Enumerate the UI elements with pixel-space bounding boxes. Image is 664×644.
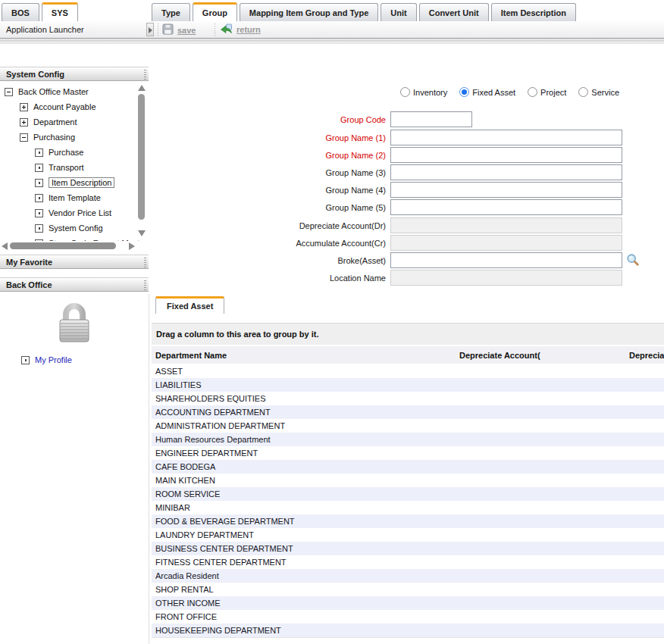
sidebar-panel-header-my-favorite[interactable]: My Favorite (0, 255, 149, 269)
table-row[interactable]: ACCOUNTING DEPARTMENT (152, 405, 664, 419)
tree-item-label: Item Template (49, 193, 101, 202)
collapse-icon[interactable] (5, 88, 13, 96)
scroll-right-icon[interactable] (129, 242, 135, 250)
tree-item-item-template[interactable]: Item Template (35, 191, 101, 205)
toolbar-lower-strip (0, 39, 664, 44)
form-row-group-name-1: Group Name (1) (152, 130, 664, 145)
table-row[interactable]: FITNESS CENTER DEPARTMENT (152, 555, 664, 569)
tab-sys[interactable]: SYS (42, 2, 78, 21)
expand-icon[interactable] (20, 103, 28, 111)
table-row[interactable]: SHAREHOLDERS EQUITIES (152, 392, 664, 405)
tree-item-label-selected: Item Description (49, 177, 114, 188)
group-name-2-input[interactable] (390, 147, 622, 163)
table-row[interactable]: BUSINESS CENTER DEPARTMENT (152, 542, 664, 555)
tree-item-label: Vendor Price List (49, 208, 111, 217)
leaf-icon (35, 179, 43, 187)
tree-item-system-config[interactable]: System Config (35, 221, 103, 235)
return-button[interactable]: return (220, 23, 261, 36)
depreciate-account-input (390, 217, 622, 233)
field-label: Group Name (2) (152, 151, 390, 160)
table-row[interactable]: ROOM SERVICE (152, 487, 664, 501)
column-header-depreciate-clipped[interactable]: Deprecia (629, 346, 664, 364)
leaf-icon (35, 194, 43, 202)
tab-bos[interactable]: BOS (2, 3, 39, 21)
save-label: save (177, 26, 196, 35)
sidebar-panel-header-system-config[interactable]: System Config (0, 67, 149, 81)
tab-item-description[interactable]: Item Description (491, 3, 576, 21)
scroll-left-icon[interactable] (2, 242, 8, 250)
sidebar-panel-header-back-office[interactable]: Back Office (0, 277, 149, 292)
table-row[interactable]: CAFE BODEGA (152, 460, 664, 474)
table-row[interactable]: HOUSEKEEPING DEPARTMENT (152, 624, 664, 637)
tree-item-transport[interactable]: Transport (35, 161, 84, 174)
table-row[interactable]: OTHER INCOME (152, 596, 664, 610)
radio-fixed-asset[interactable]: Fixed Asset (459, 87, 515, 97)
radio-inventory[interactable]: Inventory (400, 87, 447, 97)
radio-project[interactable]: Project (528, 87, 566, 97)
tree-item-department[interactable]: Department (20, 115, 77, 129)
table-row[interactable]: FOOD & BEVERAGE DEPARTMENT (152, 514, 664, 528)
tree-item-purchase[interactable]: Purchase (35, 145, 83, 159)
radio-icon[interactable] (528, 87, 537, 97)
radio-checked-icon[interactable] (459, 87, 469, 97)
vertical-scroll-thumb[interactable] (138, 94, 145, 220)
form-row-group-name-3: Group Name (3) (152, 164, 664, 180)
table-row[interactable]: LIABILITIES (152, 378, 664, 392)
column-header-depreciate-account[interactable]: Depreciate Account( (459, 346, 540, 364)
table-header-row: Department Name Depreciate Account( Depr… (152, 346, 664, 364)
group-name-4-input[interactable] (390, 182, 622, 198)
tab-convert-unit[interactable]: Convert Unit (419, 3, 489, 21)
leaf-icon (35, 224, 43, 233)
scroll-up-icon[interactable] (138, 85, 146, 91)
table-row[interactable]: FRONT OFFICE (152, 610, 664, 624)
tree-horizontal-scrollbar[interactable] (0, 241, 136, 251)
navigation-tree: Back Office Master Account Payable Depar… (0, 83, 149, 241)
group-name-1-input[interactable] (390, 130, 622, 145)
panel-header-label: System Config (6, 70, 64, 79)
search-lookup-icon[interactable] (626, 253, 640, 268)
radio-icon[interactable] (578, 87, 588, 97)
table-row[interactable]: ADMINISTRATION DEPARTMENT (152, 419, 664, 433)
tree-item-account-payable[interactable]: Account Payable (20, 100, 96, 114)
tab-group[interactable]: Group (193, 2, 237, 21)
tree-item-my-profile[interactable]: My Profile (21, 353, 72, 367)
group-code-input[interactable] (390, 111, 472, 127)
collapse-panel-button[interactable] (146, 23, 154, 36)
save-button[interactable]: save (162, 23, 196, 36)
broke-asset-input[interactable] (390, 252, 622, 268)
group-name-3-input[interactable] (390, 164, 622, 180)
tab-unit[interactable]: Unit (381, 3, 416, 21)
table-row[interactable]: Human Resources Department (152, 433, 664, 446)
tree-vertical-scrollbar[interactable] (137, 85, 147, 236)
radio-service[interactable]: Service (578, 87, 619, 97)
table-row[interactable]: ENGINEER DEPARTMENT (152, 446, 664, 460)
horizontal-scroll-thumb[interactable] (10, 242, 116, 249)
expand-icon[interactable] (20, 118, 28, 127)
tree-item-purchasing[interactable]: Purchasing (20, 130, 75, 144)
tab-mapping-item-group-and-type[interactable]: Mapping Item Group and Type (240, 3, 378, 21)
form-row-group-name-2: Group Name (2) (152, 147, 664, 163)
table-row[interactable]: SHOP RENTAL (152, 583, 664, 596)
tree-item-item-description[interactable]: Item Description (35, 176, 114, 189)
column-header-department-name[interactable]: Department Name (155, 346, 227, 364)
table-row[interactable]: ASSET (152, 364, 664, 378)
sidebar-divider (149, 294, 149, 644)
tree-item-back-office-master[interactable]: Back Office Master (5, 85, 89, 98)
table-row[interactable]: MINIBAR (152, 501, 664, 514)
location-name-input (390, 270, 622, 286)
field-label: Location Name (152, 274, 390, 283)
detail-tab-fixed-asset[interactable]: Fixed Asset (155, 296, 224, 314)
module-tabbar: Type Group Mapping Item Group and Type U… (152, 2, 578, 21)
collapse-icon[interactable] (20, 133, 28, 142)
table-row[interactable]: Arcadia Resident (152, 569, 664, 583)
table-row[interactable]: LAUNDRY DEPARTMENT (152, 528, 664, 542)
scroll-down-icon[interactable] (138, 230, 146, 236)
grip-icon (144, 280, 146, 290)
form-row-group-name-5: Group Name (5) (152, 199, 664, 215)
group-name-5-input[interactable] (390, 199, 622, 215)
group-by-drop-area[interactable]: Drag a column to this area to group by i… (152, 323, 664, 345)
table-row[interactable]: MAIN KITCHEN (152, 474, 664, 487)
tab-type[interactable]: Type (152, 3, 190, 21)
radio-icon[interactable] (400, 87, 410, 97)
tree-item-vendor-price-list[interactable]: Vendor Price List (35, 206, 111, 220)
